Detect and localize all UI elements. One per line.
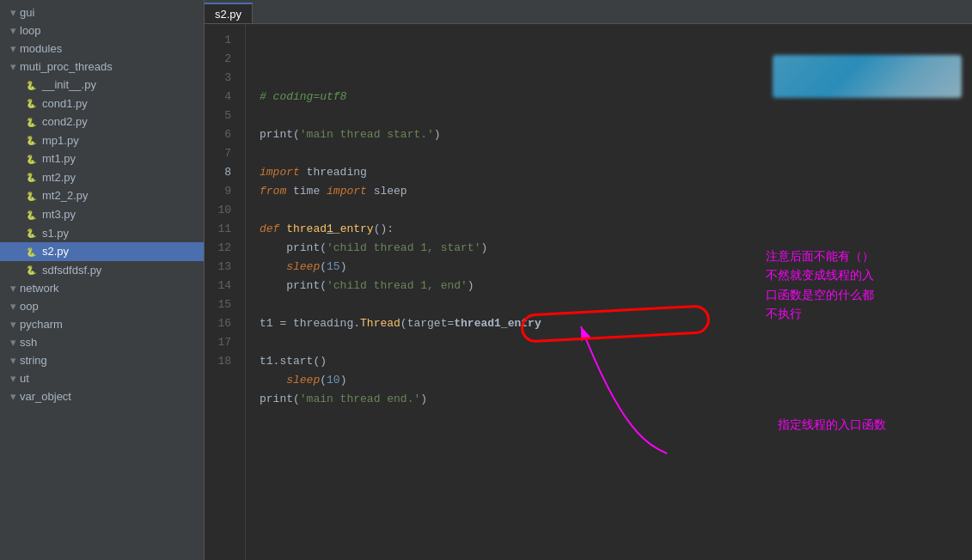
file-icon: 🐍	[24, 117, 38, 129]
item-label: network	[20, 282, 59, 295]
file-icon: 🐍	[24, 228, 38, 240]
sidebar-item-s2_py[interactable]: 🐍s2.py	[0, 242, 204, 261]
line-num-10: 10	[205, 201, 238, 220]
line-num-17: 17	[205, 333, 238, 352]
line-num-12: 12	[205, 239, 238, 258]
code-line-2	[260, 107, 972, 125]
file-icon: 🐍	[24, 210, 38, 222]
line-num-13: 13	[205, 258, 238, 277]
editor-panel: s2.py 123456789101112131415161718 # codi…	[205, 0, 972, 560]
sidebar-item-s1_py[interactable]: 🐍s1.py	[0, 224, 204, 243]
item-label: sdfsdfdsf.py	[42, 264, 101, 277]
line-num-5: 5	[205, 107, 238, 125]
item-label: s2.py	[42, 245, 69, 258]
line-num-7: 7	[205, 144, 238, 163]
code-line-16: sleep(10)	[260, 371, 972, 390]
code-line-1: # coding=utf8	[260, 88, 972, 107]
code-line-18	[260, 409, 972, 428]
line-num-8: 8	[205, 163, 238, 182]
file-icon: 🐍	[24, 154, 38, 166]
sidebar-item-modules[interactable]: ▾modules	[0, 40, 204, 58]
folder-icon: ▾	[10, 390, 16, 403]
line-num-11: 11	[205, 220, 238, 239]
line-num-9: 9	[205, 182, 238, 201]
item-label: mp1.py	[42, 134, 79, 147]
item-label: gui	[20, 6, 34, 19]
code-content[interactable]: # coding=utf8 print('main thread start.'…	[246, 24, 972, 560]
item-label: ut	[20, 372, 29, 385]
tab-bar: s2.py	[205, 0, 972, 24]
item-label: s1.py	[42, 227, 69, 240]
sidebar-item-sdfsdfdsf_py[interactable]: 🐍sdfsdfdsf.py	[0, 261, 204, 280]
line-num-18: 18	[205, 352, 238, 371]
folder-icon: ▾	[10, 336, 16, 349]
sidebar-item-ut[interactable]: ▾ut	[0, 369, 204, 387]
item-label: mt2.py	[42, 171, 76, 184]
line-num-14: 14	[205, 277, 238, 295]
code-line-4	[260, 144, 972, 163]
sidebar-item-mt1_py[interactable]: 🐍mt1.py	[0, 149, 204, 168]
sidebar-item-__init___py[interactable]: 🐍__init__.py	[0, 76, 204, 94]
sidebar-item-loop[interactable]: ▾loop	[0, 21, 204, 40]
file-icon: 🐍	[24, 247, 38, 259]
item-label: __init__.py	[42, 78, 96, 91]
code-line-8: def thread1_entry():	[260, 220, 972, 239]
code-line-17: print('main thread end.')	[260, 390, 972, 409]
folder-icon: ▾	[10, 372, 16, 385]
item-label: ssh	[20, 336, 37, 349]
line-num-1: 1	[205, 31, 238, 50]
sidebar-item-mt2_py[interactable]: 🐍mt2.py	[0, 168, 204, 187]
folder-icon: ▾	[10, 60, 16, 73]
item-label: pycharm	[20, 318, 63, 331]
folder-icon: ▾	[10, 24, 16, 37]
folder-icon: ▾	[10, 282, 16, 295]
sidebar-item-ssh[interactable]: ▾ssh	[0, 333, 204, 351]
sidebar-item-mp1_py[interactable]: 🐍mp1.py	[0, 131, 204, 150]
sidebar-item-string[interactable]: ▾string	[0, 351, 204, 369]
line-numbers: 123456789101112131415161718	[205, 24, 246, 560]
code-line-9: print('child thread 1, start')	[260, 239, 972, 258]
code-line-5: import threading	[260, 163, 972, 182]
file-tree[interactable]: ▾gui▾loop▾modules▾muti_proc_threads🐍__in…	[0, 0, 205, 560]
code-line-15: t1.start()	[260, 352, 972, 371]
code-line-3: print('main thread start.')	[260, 125, 972, 144]
item-label: cond1.py	[42, 97, 88, 110]
sidebar-item-var_object[interactable]: ▾var_object	[0, 387, 204, 405]
sidebar-item-muti_proc_threads[interactable]: ▾muti_proc_threads	[0, 58, 204, 76]
code-line-12	[260, 295, 972, 314]
sidebar-item-pycharm[interactable]: ▾pycharm	[0, 315, 204, 333]
code-line-14	[260, 333, 972, 352]
line-num-6: 6	[205, 125, 238, 144]
file-icon: 🐍	[24, 172, 38, 184]
code-area[interactable]: 123456789101112131415161718 # coding=utf…	[205, 24, 972, 560]
sidebar-item-network[interactable]: ▾network	[0, 279, 204, 297]
folder-icon: ▾	[10, 42, 16, 55]
sidebar-item-mt3_py[interactable]: 🐍mt3.py	[0, 205, 204, 224]
folder-icon: ▾	[10, 6, 16, 19]
file-icon: 🐍	[24, 191, 38, 203]
item-label: modules	[20, 42, 62, 55]
sidebar-item-mt2_2_py[interactable]: 🐍mt2_2.py	[0, 186, 204, 205]
item-label: oop	[20, 300, 39, 313]
sidebar-item-gui[interactable]: ▾gui	[0, 3, 204, 21]
folder-icon: ▾	[10, 354, 16, 367]
file-icon: 🐍	[24, 265, 38, 277]
folder-icon: ▾	[10, 318, 16, 331]
folder-icon: ▾	[10, 300, 16, 313]
sidebar-item-cond1_py[interactable]: 🐍cond1.py	[0, 94, 204, 113]
item-label: mt3.py	[42, 208, 76, 221]
item-label: muti_proc_threads	[20, 60, 113, 73]
sidebar-item-cond2_py[interactable]: 🐍cond2.py	[0, 113, 204, 131]
item-label: mt1.py	[42, 152, 76, 165]
code-line-7	[260, 201, 972, 220]
item-label: string	[20, 354, 47, 367]
item-label: loop	[20, 24, 41, 37]
code-line-6: from time import sleep	[260, 182, 972, 201]
file-icon: 🐍	[24, 80, 38, 92]
active-tab[interactable]: s2.py	[205, 3, 253, 23]
line-num-16: 16	[205, 314, 238, 333]
line-num-15: 15	[205, 295, 238, 314]
sidebar-item-oop[interactable]: ▾oop	[0, 297, 204, 315]
file-icon: 🐍	[24, 98, 38, 110]
code-line-13: t1 = threading.Thread(target=thread1_ent…	[260, 314, 972, 333]
